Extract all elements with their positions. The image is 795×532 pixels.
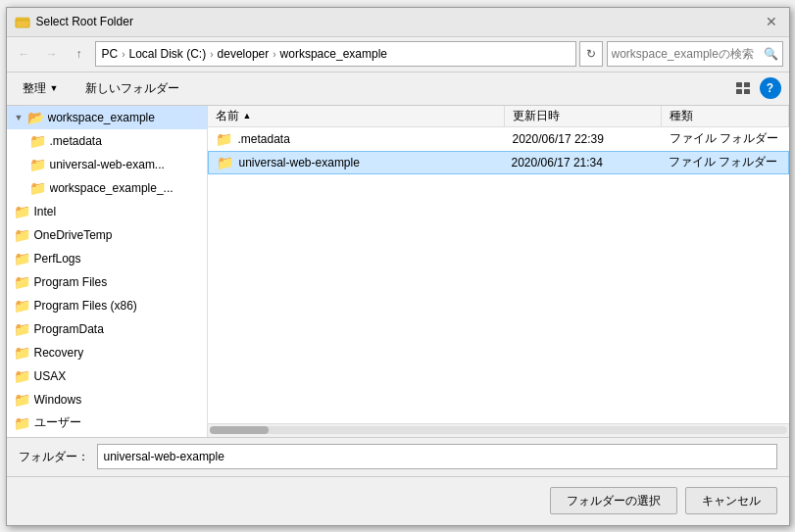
folder-icon: 📁 — [15, 393, 30, 407]
back-button[interactable]: ← — [13, 42, 36, 66]
right-panel: 名前 ▲ 更新日時 種類 📁 .metadata 2020/06/17 — [208, 106, 789, 437]
file-cell-type: ファイル フォルダー — [661, 154, 788, 170]
file-name: universal-web-example — [239, 156, 360, 169]
tree-label: workspace_example_... — [50, 181, 174, 195]
breadcrumb-bar: PC › Local Disk (C:) › developer › works… — [95, 41, 576, 67]
folder-icon: 📁 — [30, 158, 46, 171]
organize-button[interactable]: 整理 ▼ — [15, 75, 67, 101]
search-box: 🔍 — [607, 41, 783, 67]
file-list-body: 📁 .metadata 2020/06/17 22:39 ファイル フォルダー … — [208, 127, 789, 423]
tree-item-windows[interactable]: 📁 Windows — [7, 388, 207, 411]
tree-item-intel[interactable]: 📁 Intel — [7, 200, 207, 223]
col-type-label: 種類 — [670, 108, 693, 124]
search-icon: 🔍 — [764, 47, 778, 61]
tree-label: Program Files (x86) — [34, 299, 137, 313]
up-button[interactable]: ↑ — [68, 42, 91, 66]
svg-rect-3 — [744, 82, 750, 87]
new-folder-label: 新しいフォルダー — [85, 80, 179, 97]
folder-label: フォルダー： — [19, 449, 89, 465]
folder-icon: 📁 — [30, 134, 46, 148]
folder-icon: 📁 — [15, 369, 30, 383]
breadcrumb-developer[interactable]: developer — [218, 47, 270, 61]
table-row[interactable]: 📁 universal-web-example 2020/06/17 21:34… — [208, 151, 789, 174]
tree-label: Windows — [34, 393, 82, 407]
tree-label: universal-web-exam... — [50, 158, 165, 171]
toolbar-right: ? — [730, 75, 781, 101]
file-list-header: 名前 ▲ 更新日時 種類 — [208, 106, 789, 127]
tree-label: OneDriveTemp — [34, 228, 113, 242]
file-cell-date: 2020/06/17 21:34 — [504, 156, 661, 169]
col-header-date[interactable]: 更新日時 — [505, 106, 662, 126]
folder-open-icon: 📂 — [28, 111, 44, 124]
organize-arrow: ▼ — [50, 83, 59, 93]
toolbar: 整理 ▼ 新しいフォルダー ? — [7, 73, 789, 106]
help-button[interactable]: ? — [760, 77, 781, 99]
tree-label: Program Files — [34, 275, 108, 289]
bottom-bar: フォルダー： — [7, 437, 789, 476]
close-button[interactable]: ✕ — [762, 12, 781, 31]
file-cell-type: ファイル フォルダー — [662, 130, 789, 147]
breadcrumb-pc[interactable]: PC — [102, 47, 119, 61]
tree-label: USAX — [34, 369, 67, 383]
file-cell-date: 2020/06/17 22:39 — [505, 132, 662, 146]
tree-label: ProgramData — [34, 322, 104, 336]
folder-icon: 📁 — [15, 228, 30, 242]
forward-button[interactable]: → — [40, 42, 64, 66]
table-row[interactable]: 📁 .metadata 2020/06/17 22:39 ファイル フォルダー — [208, 127, 789, 151]
action-buttons: フォルダーの選択 キャンセル — [7, 476, 789, 525]
tree-item-perflogs[interactable]: 📁 PerfLogs — [7, 247, 207, 270]
folder-icon: 📁 — [15, 346, 30, 360]
organize-label: 整理 — [23, 80, 46, 97]
tree-item-programdata[interactable]: 📁 ProgramData — [7, 317, 207, 341]
col-header-type[interactable]: 種類 — [662, 106, 789, 126]
breadcrumb-workspace[interactable]: workspace_example — [280, 47, 387, 61]
tree-label: Recovery — [34, 346, 84, 360]
folder-icon: 📁 — [15, 322, 30, 336]
folder-input[interactable] — [97, 444, 777, 469]
tree-item-metadata[interactable]: 📁 .metadata — [7, 129, 207, 153]
folder-icon: 📁 — [30, 181, 46, 195]
address-bar: ← → ↑ PC › Local Disk (C:) › developer ›… — [7, 37, 789, 73]
dialog-icon — [15, 14, 30, 29]
folder-icon: 📁 — [15, 252, 30, 266]
tree-item-program-files-x86[interactable]: 📁 Program Files (x86) — [7, 294, 207, 317]
cancel-button[interactable]: キャンセル — [685, 487, 777, 514]
expand-icon: ▼ — [15, 113, 25, 122]
search-input[interactable] — [612, 47, 760, 61]
folder-icon: 📁 — [15, 205, 30, 218]
svg-rect-4 — [736, 89, 742, 94]
col-name-label: 名前 — [216, 108, 239, 124]
refresh-button[interactable]: ↻ — [579, 41, 603, 67]
tree-item-workspace-example-sub[interactable]: 📁 workspace_example_... — [7, 176, 207, 200]
tree-item-program-files[interactable]: 📁 Program Files — [7, 270, 207, 294]
tree-item-users-jp[interactable]: 📁 ユーザー — [7, 411, 207, 435]
tree-item-usax[interactable]: 📁 USAX — [7, 364, 207, 388]
tree-label: .metadata — [50, 134, 102, 148]
file-name: .metadata — [238, 132, 290, 146]
breadcrumb-localdisk[interactable]: Local Disk (C:) — [129, 47, 207, 61]
main-area: ▼ 📂 workspace_example 📁 .metadata 📁 univ… — [7, 106, 789, 437]
dialog-title: Select Root Folder — [36, 15, 133, 28]
tree-label: PerfLogs — [34, 252, 81, 266]
h-scrollbar[interactable] — [208, 423, 789, 437]
folder-icon: 📁 — [15, 416, 30, 430]
tree-item-recovery[interactable]: 📁 Recovery — [7, 341, 207, 364]
folder-icon: 📁 — [15, 275, 30, 289]
title-bar: Select Root Folder ✕ — [7, 8, 789, 37]
tree-item-universal-web[interactable]: 📁 universal-web-exam... — [7, 153, 207, 176]
title-bar-left: Select Root Folder — [15, 14, 133, 29]
folder-icon: 📁 — [15, 299, 30, 313]
tree-label: workspace_example — [48, 111, 155, 124]
folder-icon: 📁 — [217, 155, 233, 170]
tree-item-onedrivetemp[interactable]: 📁 OneDriveTemp — [7, 223, 207, 247]
folder-icon: 📁 — [216, 131, 232, 147]
svg-rect-5 — [744, 89, 750, 94]
tree-label: Intel — [34, 205, 57, 218]
col-header-name[interactable]: 名前 ▲ — [208, 106, 505, 126]
file-cell-name: 📁 universal-web-example — [209, 155, 504, 170]
view-button[interactable] — [730, 75, 756, 101]
select-folder-button[interactable]: フォルダーの選択 — [550, 487, 677, 514]
new-folder-button[interactable]: 新しいフォルダー — [77, 75, 187, 101]
tree-item-workspace-example[interactable]: ▼ 📂 workspace_example — [7, 106, 207, 129]
left-panel: ▼ 📂 workspace_example 📁 .metadata 📁 univ… — [7, 106, 208, 437]
